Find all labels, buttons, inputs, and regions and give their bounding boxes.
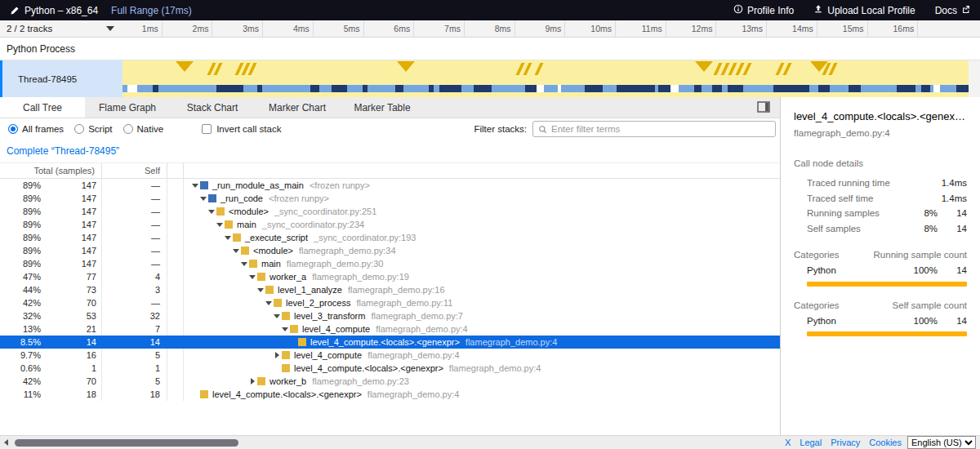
footer-link-cookies[interactable]: Cookies [869, 438, 902, 447]
docs-button[interactable]: Docs [935, 5, 970, 16]
collapse-arrow-icon[interactable] [264, 301, 274, 305]
sample-segment [685, 85, 694, 92]
tab-stack-chart[interactable]: Stack Chart [170, 97, 255, 118]
sample-segment [461, 85, 470, 92]
scroll-left-arrow-icon[interactable] [4, 439, 8, 446]
function-name: _run_code [220, 193, 263, 203]
collapse-arrow-icon[interactable] [190, 184, 200, 188]
table-row[interactable]: 44%733level_1_analyzeflamegraph_demo.py:… [0, 283, 780, 296]
category-bar [807, 331, 967, 336]
invert-call-stack-toggle[interactable]: Invert call stack [202, 124, 281, 134]
table-row[interactable]: 47%774worker_aflamegraph_demo.py:19 [0, 270, 780, 283]
collapse-arrow-icon[interactable] [198, 197, 208, 201]
file-line: flamegraph_demo.py:4 [368, 350, 460, 360]
sample-segment [439, 85, 450, 92]
call-tree-header: Total (samples) Self [0, 162, 780, 179]
self-samples: — [102, 257, 167, 270]
table-row[interactable]: 89%147—_execute_script_sync_coordinator.… [0, 231, 780, 244]
tick-label: 3ms [243, 24, 262, 33]
table-row[interactable]: 89%147—mainflamegraph_demo.py:30 [0, 257, 780, 270]
collapse-arrow-icon[interactable] [272, 314, 282, 318]
edit-pencil-icon[interactable] [10, 6, 20, 16]
table-row[interactable]: 89%147—_run_module_as_main<frozen runpy> [0, 179, 780, 192]
function-name: main [261, 259, 281, 269]
footer-link-x[interactable]: X [785, 438, 791, 447]
language-select[interactable]: English (US) [907, 436, 976, 449]
icon-column [167, 309, 184, 322]
table-row[interactable]: 8.5%1414level_4_compute.<locals>.<genexp… [0, 336, 780, 349]
icon-column [167, 192, 184, 205]
category-square-icon [265, 286, 274, 294]
collapse-arrow-icon[interactable] [207, 210, 216, 214]
self-samples: — [102, 218, 167, 231]
footer-link-privacy[interactable]: Privacy [831, 438, 860, 447]
full-range-button[interactable]: Full Range (17ms) [111, 5, 192, 16]
filter-input-box [532, 121, 776, 137]
tab-marker-table[interactable]: Marker Table [340, 97, 425, 118]
collapse-arrow-icon[interactable] [280, 327, 290, 331]
tab-marker-chart[interactable]: Marker Chart [255, 97, 340, 118]
collapse-arrow-icon[interactable] [223, 236, 233, 240]
table-row[interactable]: 89%147—_run_code<frozen runpy> [0, 192, 780, 205]
table-row[interactable]: 89%147—<module>_sync_coordinator.py:251 [0, 205, 780, 218]
total-percent: 89% [0, 179, 41, 192]
detail-row: Self samples8%14 [794, 221, 967, 237]
total-percent: 89% [0, 244, 41, 257]
profile-info-button[interactable]: Profile Info [733, 4, 794, 16]
radio-label: Script [88, 124, 112, 134]
table-row[interactable]: 42%70—level_2_processflamegraph_demo.py:… [0, 296, 780, 309]
sample-segment [296, 85, 307, 92]
file-line: flamegraph_demo.py:4 [466, 337, 558, 347]
total-samples: 73 [41, 283, 102, 296]
collapse-arrow-icon[interactable] [231, 249, 241, 253]
sample-segment [733, 85, 743, 92]
radio-icon [74, 124, 84, 134]
horizontal-scrollbar-thumb[interactable] [15, 439, 238, 447]
collapse-arrow-icon[interactable] [215, 223, 225, 227]
tree-cell: _execute_script_sync_coordinator.py:193 [184, 231, 780, 244]
column-header-self: Self [102, 163, 167, 178]
table-row[interactable]: 0.6%11level_4_compute.<locals>.<genexpr>… [0, 362, 780, 375]
category-square-icon [241, 247, 249, 255]
total-percent: 89% [0, 218, 41, 231]
sample-segment [408, 85, 416, 92]
table-row[interactable]: 9.7%165level_4_computeflamegraph_demo.py… [0, 349, 780, 362]
radio-native[interactable]: Native [123, 124, 164, 134]
collapse-arrow-icon[interactable] [239, 262, 249, 266]
radio-script[interactable]: Script [74, 124, 112, 134]
expand-arrow-icon[interactable] [247, 378, 257, 385]
table-row[interactable]: 13%217level_4_computeflamegraph_demo.py:… [0, 322, 780, 336]
total-samples: 147 [41, 179, 102, 192]
radio-all-frames[interactable]: All frames [8, 124, 64, 134]
sample-segment [434, 85, 439, 92]
detail-count: 14 [938, 224, 967, 233]
tracks-dropdown[interactable]: 2 / 2 tracks [0, 20, 122, 37]
expand-arrow-icon[interactable] [272, 352, 282, 358]
table-row[interactable]: 89%147—main_sync_coordinator.py:234 [0, 218, 780, 231]
collapse-arrow-icon[interactable] [247, 275, 257, 279]
thread-label[interactable]: Thread-78495 [0, 60, 122, 97]
category-square-icon [200, 390, 208, 398]
collapse-arrow-icon[interactable] [256, 288, 265, 292]
filter-stacks-input[interactable] [551, 124, 770, 134]
breadcrumb-complete-thread[interactable]: Complete “Thread-78495” [7, 145, 119, 157]
file-line: _sync_coordinator.py:251 [274, 207, 376, 216]
sample-segment [809, 85, 818, 92]
sample-segment [933, 85, 940, 92]
filter-bar: All framesScriptNative Invert call stack… [0, 118, 780, 140]
table-row[interactable]: 89%147—<module>flamegraph_demo.py:34 [0, 244, 780, 257]
sidebar-toggle-button[interactable] [757, 101, 770, 113]
footer-link-legal[interactable]: Legal [800, 438, 822, 447]
thread-activity-track[interactable] [122, 60, 969, 97]
total-percent: 42% [0, 296, 41, 309]
table-row[interactable]: 11%1818level_4_compute.<locals>.<genexpr… [0, 388, 780, 401]
tick-label: 15ms [843, 24, 867, 33]
sample-segment [849, 85, 861, 92]
tab-flame-graph[interactable]: Flame Graph [85, 97, 170, 118]
table-row[interactable]: 42%705worker_bflamegraph_demo.py:23 [0, 375, 780, 388]
tab-call-tree[interactable]: Call Tree [0, 97, 85, 118]
upload-profile-button[interactable]: Upload Local Profile [813, 4, 915, 16]
process-track-row[interactable]: Python Process [0, 38, 980, 60]
icon-column [167, 336, 184, 349]
table-row[interactable]: 32%5332level_3_transformflamegraph_demo.… [0, 309, 780, 322]
